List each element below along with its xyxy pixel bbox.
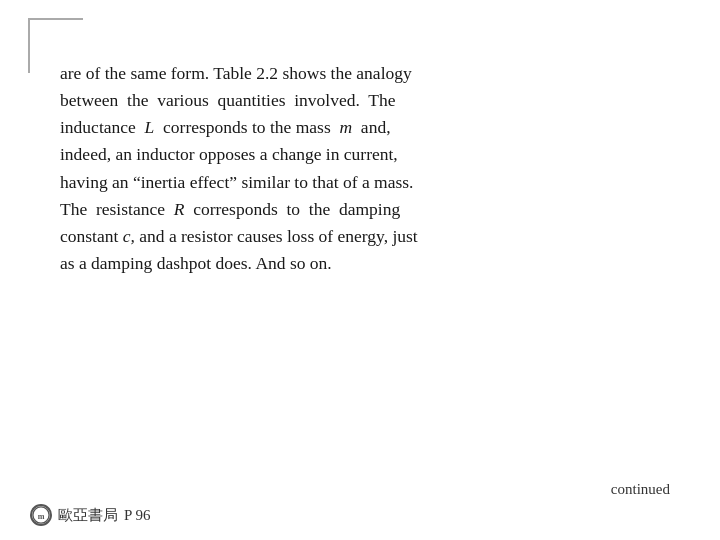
text-line6: The resistance R corresponds to the damp…: [60, 199, 400, 219]
publisher-name: 歐亞書局: [58, 506, 118, 525]
publisher-logo: m: [30, 504, 52, 526]
footer-bar: m 歐亞書局 P 96: [30, 504, 151, 526]
variable-m: m: [339, 117, 352, 137]
logo-icon: m: [32, 505, 50, 525]
text-line7: constant c, and a resistor causes loss o…: [60, 226, 418, 246]
text-line5: having an “inertia effect” similar to th…: [60, 172, 413, 192]
text-line1: are of the same form. Table 2.2 shows th…: [60, 63, 412, 83]
continued-label: continued: [611, 481, 670, 498]
text-line4: indeed, an inductor opposes a change in …: [60, 144, 398, 164]
page-number: P 96: [124, 507, 151, 524]
variable-L: L: [145, 117, 155, 137]
variable-c: c,: [123, 226, 135, 246]
variable-R: R: [174, 199, 185, 219]
body-paragraph: are of the same form. Table 2.2 shows th…: [60, 60, 670, 277]
main-text-block: are of the same form. Table 2.2 shows th…: [60, 60, 670, 277]
page: are of the same form. Table 2.2 shows th…: [0, 0, 720, 540]
text-line8: as a damping dashpot does. And so on.: [60, 253, 332, 273]
text-line3: inductance L corresponds to the mass m a…: [60, 117, 391, 137]
svg-text:m: m: [38, 512, 45, 521]
border-left: [28, 18, 30, 73]
text-line2: between the various quantities involved.…: [60, 90, 396, 110]
border-top: [28, 18, 83, 20]
